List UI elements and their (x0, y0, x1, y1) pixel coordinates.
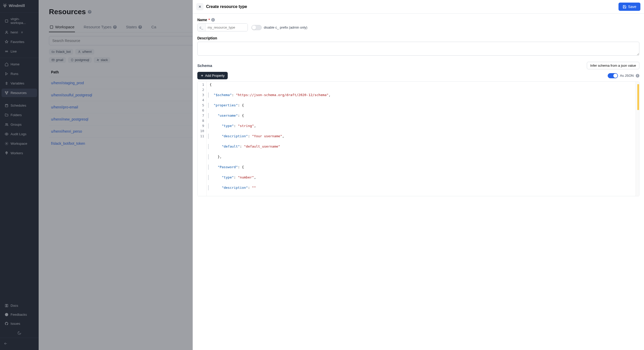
plus-icon (200, 74, 204, 77)
name-label: Name * i (197, 18, 639, 22)
name-input[interactable] (206, 24, 248, 31)
create-resource-type-drawer: Create resource type Save Name * i c_ di… (193, 0, 644, 350)
drawer-title: Create resource type (206, 4, 247, 9)
description-label: Description (197, 36, 639, 40)
as-json-label: As JSON (620, 74, 634, 78)
as-json-toggle[interactable] (608, 73, 618, 78)
add-property-label: Add Property (205, 74, 225, 78)
name-prefix: c_ (198, 24, 206, 31)
close-button[interactable] (196, 3, 204, 10)
save-button[interactable]: Save (618, 3, 640, 11)
disable-prefix-toggle[interactable] (251, 25, 262, 30)
info-icon[interactable]: i (636, 74, 639, 78)
editor-code[interactable]: { "$schema": "https://json-schema.org/dr… (207, 82, 635, 196)
schema-editor[interactable]: 1234567891011 { "$schema": "https://json… (197, 81, 639, 196)
save-label: Save (628, 5, 636, 9)
add-property-button[interactable]: Add Property (197, 72, 228, 79)
schema-label: Schema (197, 63, 212, 68)
save-icon (623, 5, 626, 9)
infer-schema-button[interactable]: Infer schema from a json value (587, 62, 639, 69)
editor-gutter: 1234567891011 (198, 82, 207, 196)
disable-prefix-label: disable c_ prefix (admin only) (264, 25, 307, 29)
description-input[interactable] (197, 42, 639, 56)
editor-minimap[interactable] (635, 82, 639, 196)
info-icon[interactable]: i (211, 18, 215, 22)
close-icon (198, 5, 202, 8)
